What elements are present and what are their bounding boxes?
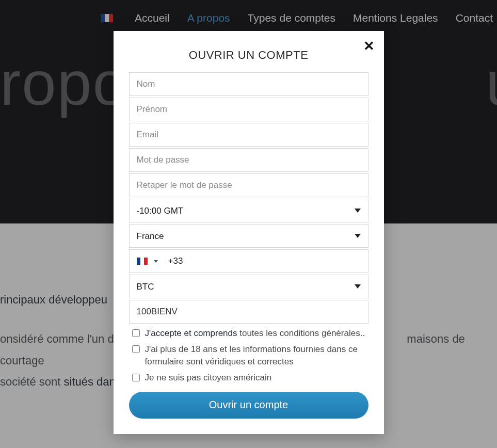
lastname-input[interactable] [129, 72, 368, 96]
modal-title: OUVRIR UN COMPTE [129, 49, 368, 62]
age-check-row[interactable]: J'ai plus de 18 ans et les informations … [129, 341, 368, 370]
age-checkbox[interactable] [132, 345, 140, 353]
signup-modal: ✕ OUVRIR UN COMPTE -10:00 GMT France BTC… [114, 31, 384, 434]
phone-country-flag-icon[interactable] [137, 258, 148, 265]
email-input[interactable] [129, 123, 368, 147]
password-confirm-input[interactable] [129, 173, 368, 197]
terms-check-row[interactable]: J'accepte et comprends toutes les condit… [129, 325, 368, 341]
currency-select[interactable]: BTC [129, 275, 368, 298]
timezone-select[interactable]: -10:00 GMT [129, 199, 368, 222]
close-icon[interactable]: ✕ [363, 38, 375, 54]
promo-code-input[interactable] [129, 300, 368, 324]
country-select[interactable]: France [129, 224, 368, 248]
chevron-down-icon[interactable] [154, 260, 158, 263]
firstname-input[interactable] [129, 98, 368, 121]
phone-number-input[interactable] [168, 256, 361, 266]
us-citizen-check-row[interactable]: Je ne suis pas citoyen américain [129, 370, 368, 386]
terms-label: J'accepte et comprends toutes les condit… [145, 327, 365, 340]
submit-button[interactable]: Ouvrir un compte [129, 392, 368, 419]
phone-input-row[interactable] [129, 249, 368, 273]
terms-checkbox[interactable] [132, 329, 140, 337]
us-citizen-label: Je ne suis pas citoyen américain [145, 372, 272, 385]
age-label: J'ai plus de 18 ans et les informations … [145, 343, 365, 369]
us-citizen-checkbox[interactable] [132, 374, 140, 381]
password-input[interactable] [129, 148, 368, 172]
